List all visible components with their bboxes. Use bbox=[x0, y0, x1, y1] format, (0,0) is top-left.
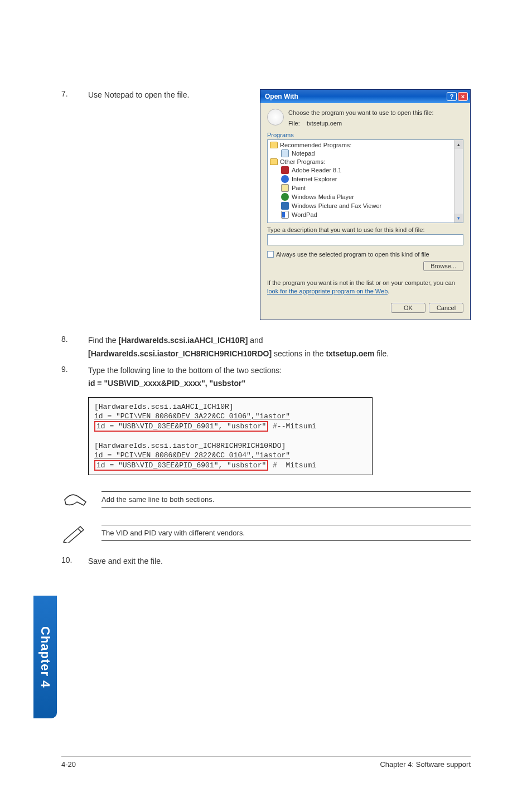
description-label: Type a description that you want to use … bbox=[267, 226, 463, 233]
other-group: Other Programs: bbox=[269, 158, 462, 166]
notepad-icon bbox=[281, 149, 289, 157]
program-paint[interactable]: Paint bbox=[269, 183, 462, 192]
scrollbar[interactable]: ▴ ▾ bbox=[454, 140, 463, 223]
note-divider bbox=[101, 540, 471, 541]
fax-icon bbox=[281, 202, 289, 210]
dialog-choose-text: Choose the program you want to use to op… bbox=[288, 109, 434, 128]
program-fax[interactable]: Windows Picture and Fax Viewer bbox=[269, 201, 462, 210]
svg-line-0 bbox=[78, 529, 81, 532]
program-notepad[interactable]: Notepad bbox=[269, 149, 462, 158]
help-button[interactable]: ? bbox=[447, 92, 457, 101]
note-divider bbox=[101, 507, 471, 508]
web-lookup-note: If the program you want is not in the li… bbox=[267, 279, 463, 296]
recommended-group: Recommended Programs: bbox=[269, 141, 462, 149]
dialog-title: Open With bbox=[265, 93, 446, 100]
always-checkbox[interactable] bbox=[267, 251, 274, 258]
scroll-down-icon[interactable]: ▾ bbox=[454, 214, 463, 223]
dialog-titlebar: Open With ? × bbox=[260, 90, 470, 103]
folder-icon bbox=[270, 142, 278, 148]
browse-button[interactable]: Browse... bbox=[423, 261, 463, 271]
program-wordpad[interactable]: WordPad bbox=[269, 210, 462, 219]
step10-text: Save and exit the file. bbox=[88, 555, 471, 567]
note-same-line: Add the same line to both sections. bbox=[101, 492, 471, 507]
note-vid-pid: The VID and PID vary with different vend… bbox=[101, 525, 471, 540]
file-name: txtsetup.oem bbox=[307, 120, 342, 127]
cancel-button[interactable]: Cancel bbox=[429, 303, 463, 313]
step-number: 7. bbox=[61, 89, 88, 98]
close-button[interactable]: × bbox=[458, 92, 468, 101]
open-with-dialog: Open With ? × Choose the program you wan… bbox=[260, 89, 471, 320]
pointing-hand-icon bbox=[61, 489, 88, 510]
adobe-icon bbox=[281, 166, 289, 174]
magnifier-icon bbox=[267, 109, 284, 125]
folder-icon bbox=[270, 158, 278, 165]
scroll-up-icon[interactable]: ▴ bbox=[454, 140, 463, 149]
web-lookup-link[interactable]: look for the appropriate program on the … bbox=[267, 288, 388, 294]
always-label: Always use the selected program to open … bbox=[276, 251, 429, 258]
pencil-icon bbox=[61, 522, 88, 543]
step-number: 10. bbox=[61, 555, 88, 567]
ok-button[interactable]: OK bbox=[391, 303, 425, 313]
programs-listbox[interactable]: Recommended Programs: Notepad Other Prog… bbox=[267, 139, 463, 223]
wmp-icon bbox=[281, 193, 289, 201]
code-snippet: [HardwareIds.scsi.iaAHCI_ICH10R] id = "P… bbox=[88, 397, 373, 476]
step7-text: Use Notepad to open the file. bbox=[88, 89, 255, 100]
ie-icon bbox=[281, 175, 289, 183]
file-label: File: bbox=[288, 119, 305, 128]
step-number: 8. bbox=[61, 335, 88, 359]
programs-label: Programs bbox=[267, 132, 463, 138]
wordpad-icon bbox=[281, 211, 289, 219]
program-ie[interactable]: Internet Explorer bbox=[269, 175, 462, 183]
paint-icon bbox=[281, 184, 289, 192]
chapter-tab: Chapter 4 bbox=[33, 596, 57, 718]
step8-text: Find the [HardwareIds.scsi.iaAHCI_ICH10R… bbox=[88, 335, 471, 359]
program-adobe[interactable]: Adobe Reader 8.1 bbox=[269, 166, 462, 175]
footer-title: Chapter 4: Software support bbox=[380, 760, 471, 769]
description-input[interactable] bbox=[267, 234, 463, 245]
step9-text: Type the following line to the bottom of… bbox=[88, 365, 471, 389]
step-number: 9. bbox=[61, 365, 88, 389]
program-wmp[interactable]: Windows Media Player bbox=[269, 192, 462, 201]
page-number: 4-20 bbox=[61, 760, 76, 769]
